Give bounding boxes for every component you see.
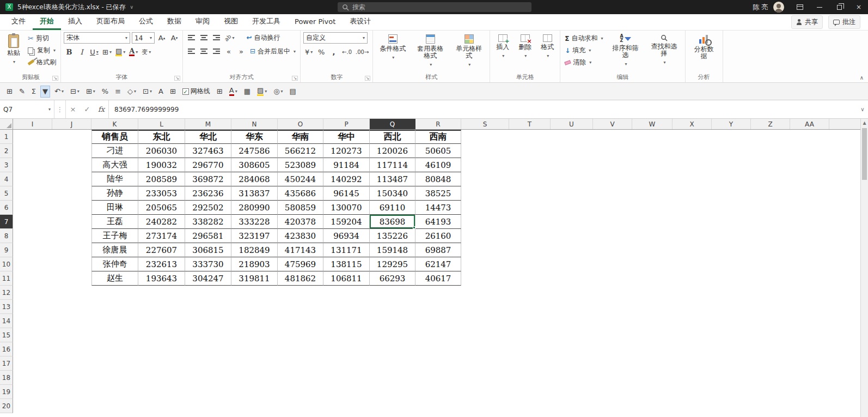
cell-J10[interactable]	[52, 257, 91, 271]
cell-W1[interactable]	[632, 130, 673, 144]
row-header-12[interactable]: 12	[0, 286, 13, 300]
column-header-L[interactable]: L	[138, 119, 185, 129]
cell-AA4[interactable]	[790, 172, 829, 186]
cell-N10[interactable]: 218903	[231, 257, 278, 271]
cell-N19[interactable]	[231, 385, 278, 399]
comments-button[interactable]: 批注	[828, 15, 860, 29]
row-header-2[interactable]: 2	[0, 144, 13, 158]
cell-P15[interactable]	[323, 328, 370, 342]
cell-U20[interactable]	[551, 399, 593, 413]
cell-O11[interactable]: 481862	[278, 271, 323, 286]
cell-J2[interactable]	[52, 144, 91, 158]
wrap-text-button[interactable]: ↩自动换行	[245, 33, 282, 43]
cell-O14[interactable]	[278, 314, 323, 328]
cell-Q18[interactable]	[370, 371, 415, 385]
cell-R16[interactable]	[415, 342, 461, 356]
cell-M14[interactable]	[185, 314, 231, 328]
ribbon-tab-1[interactable]: 开始	[33, 14, 61, 30]
percent-style-icon[interactable]: %	[100, 86, 111, 98]
cell-S13[interactable]	[461, 300, 509, 314]
cell-S12[interactable]	[461, 286, 509, 300]
cell-N17[interactable]	[231, 356, 278, 371]
cell-X10[interactable]	[673, 257, 712, 271]
cell-M12[interactable]	[185, 286, 231, 300]
cell-W10[interactable]	[632, 257, 673, 271]
undo-icon[interactable]: ↶▾	[52, 86, 66, 98]
cell-M13[interactable]	[185, 300, 231, 314]
cell-I19[interactable]	[13, 385, 52, 399]
cell-N8[interactable]: 323197	[231, 229, 278, 243]
cell-V16[interactable]	[593, 342, 632, 356]
column-header-N[interactable]: N	[231, 119, 278, 129]
name-box[interactable]: Q7 ▾	[0, 100, 54, 118]
cell-S2[interactable]	[461, 144, 509, 158]
cell-O16[interactable]	[278, 342, 323, 356]
cell-I1[interactable]	[13, 130, 52, 144]
cell-R10[interactable]: 62147	[415, 257, 461, 271]
column-header-J[interactable]: J	[52, 119, 91, 129]
cell-L20[interactable]	[138, 399, 185, 413]
font-size-icon[interactable]: A	[156, 86, 166, 98]
cell-O10[interactable]: 475969	[278, 257, 323, 271]
cell-K20[interactable]	[91, 399, 138, 413]
cell-J7[interactable]	[52, 215, 91, 229]
indent-increase-icon[interactable]: »	[236, 46, 247, 57]
cell-P12[interactable]	[323, 286, 370, 300]
alignment-dialog-launcher[interactable]: ↘	[292, 76, 298, 81]
cell-O9[interactable]: 417143	[278, 243, 323, 257]
cell-I16[interactable]	[13, 342, 52, 356]
cell-M15[interactable]	[185, 328, 231, 342]
cell-U14[interactable]	[551, 314, 593, 328]
cell-AA11[interactable]	[790, 271, 829, 286]
align-right-icon[interactable]	[211, 46, 222, 57]
cell-U3[interactable]	[551, 158, 593, 172]
cell-Y3[interactable]	[712, 158, 751, 172]
cell-P14[interactable]	[323, 314, 370, 328]
column-header-R[interactable]: R	[415, 119, 461, 129]
title-dropdown-icon[interactable]: ∨	[130, 4, 134, 10]
cell-R17[interactable]	[415, 356, 461, 371]
cell-AA15[interactable]	[790, 328, 829, 342]
cell-I2[interactable]	[13, 144, 52, 158]
cell-Z14[interactable]	[751, 314, 790, 328]
cell-Y7[interactable]	[712, 215, 751, 229]
column-header-Y[interactable]: Y	[712, 119, 751, 129]
cell-J16[interactable]	[52, 342, 91, 356]
vertical-scrollbar[interactable]: ▲	[860, 119, 868, 417]
share-button[interactable]: 共享	[791, 15, 823, 29]
cell-T20[interactable]	[509, 399, 551, 413]
align-left-icon[interactable]	[186, 46, 197, 57]
cell-R2[interactable]: 50605	[415, 144, 461, 158]
cell-X3[interactable]	[673, 158, 712, 172]
cell-T7[interactable]	[509, 215, 551, 229]
cell-T12[interactable]	[509, 286, 551, 300]
minimize-button[interactable]	[810, 0, 829, 14]
italic-icon[interactable]: I	[76, 46, 87, 57]
font-name-select[interactable]: 宋体▾	[64, 32, 130, 44]
cell-M17[interactable]	[185, 356, 231, 371]
column-header-W[interactable]: W	[632, 119, 673, 129]
cell-Y13[interactable]	[712, 300, 751, 314]
cell-U16[interactable]	[551, 342, 593, 356]
cell-P9[interactable]: 131171	[323, 243, 370, 257]
cell-X20[interactable]	[673, 399, 712, 413]
cell-V7[interactable]	[593, 215, 632, 229]
format-painter-button[interactable]: 格式刷	[26, 57, 58, 68]
cell-L8[interactable]: 273174	[138, 229, 185, 243]
cell-Z20[interactable]	[751, 399, 790, 413]
cell-W11[interactable]	[632, 271, 673, 286]
cell-I9[interactable]	[13, 243, 52, 257]
cell-Y14[interactable]	[712, 314, 751, 328]
cell-format-icon[interactable]: ▦	[242, 86, 253, 98]
cell-M16[interactable]	[185, 342, 231, 356]
cell-W19[interactable]	[632, 385, 673, 399]
cell-S15[interactable]	[461, 328, 509, 342]
sort-filter-button[interactable]: AZ 排序和筛选 ▾	[608, 32, 644, 70]
cell-P20[interactable]	[323, 399, 370, 413]
cell-R4[interactable]: 80848	[415, 172, 461, 186]
decrease-decimal-icon[interactable]: .00→	[354, 46, 370, 57]
cell-I17[interactable]	[13, 356, 52, 371]
cell-N13[interactable]	[231, 300, 278, 314]
cell-O17[interactable]	[278, 356, 323, 371]
cell-T3[interactable]	[509, 158, 551, 172]
